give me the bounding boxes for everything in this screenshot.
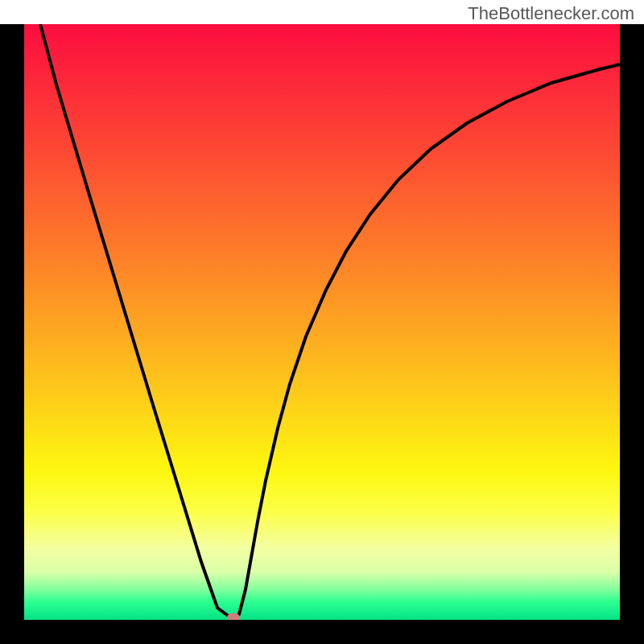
watermark-text: TheBottlenecker.com <box>468 3 634 24</box>
chart-svg <box>24 24 620 620</box>
plot-interior <box>24 24 620 620</box>
minimum-marker <box>227 613 240 621</box>
gradient-bg <box>24 24 620 620</box>
plot-frame <box>0 24 644 644</box>
